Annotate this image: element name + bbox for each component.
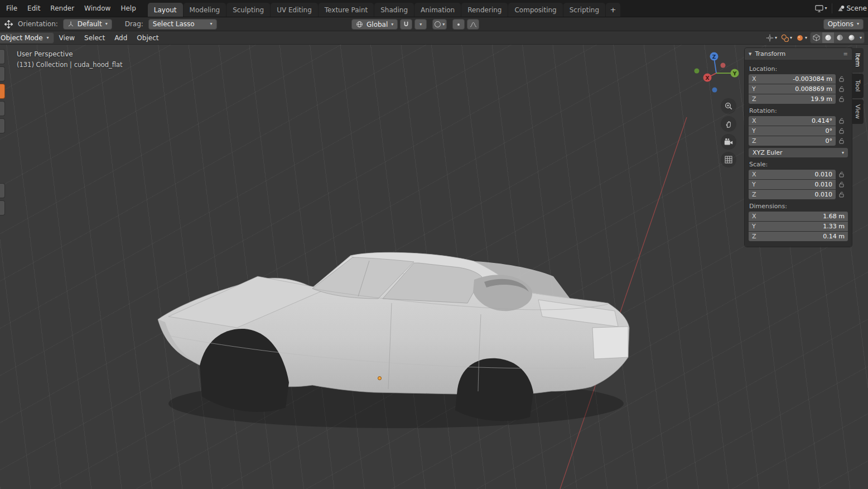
overlays-icon — [781, 34, 789, 42]
location-y-field[interactable]: Y 0.008869 m — [749, 84, 836, 94]
scale-z-field[interactable]: Z 0.010 — [749, 190, 836, 199]
menu-render[interactable]: Render — [45, 0, 79, 17]
active-tool-button[interactable] — [0, 84, 5, 99]
object-origin-dot[interactable] — [378, 376, 382, 380]
shading-wireframe-button[interactable] — [811, 32, 822, 43]
workspace-tab-animation[interactable]: Animation — [414, 3, 461, 17]
location-x-lock[interactable] — [836, 76, 848, 82]
show-gizmos-dropdown[interactable]: ▾ — [765, 32, 778, 43]
axis-label: Z — [752, 233, 759, 240]
dimensions-z-row: Z 0.14 m — [749, 232, 848, 241]
rotation-z-field[interactable]: Z 0° — [749, 136, 836, 146]
menu-object[interactable]: Object — [132, 31, 163, 44]
scene-selector[interactable]: Scene — [836, 3, 868, 14]
tool-button[interactable] — [0, 49, 5, 64]
rotation-z-lock[interactable] — [836, 138, 848, 144]
add-workspace-button[interactable]: + — [606, 3, 620, 17]
tool-button[interactable] — [0, 101, 5, 116]
show-overlays-dropdown[interactable]: ▾ — [780, 32, 793, 43]
tool-button[interactable] — [0, 118, 5, 133]
menu-window[interactable]: Window — [79, 0, 115, 17]
menu-view[interactable]: View — [55, 31, 79, 44]
menu-edit[interactable]: Edit — [22, 0, 45, 17]
workspace-tab-shading[interactable]: Shading — [374, 3, 414, 17]
rotation-y-lock[interactable] — [836, 128, 848, 134]
menu-select[interactable]: Select — [80, 31, 109, 44]
unlock-icon — [839, 118, 845, 124]
location-y-lock[interactable] — [836, 86, 848, 92]
xray-toggle-dropdown[interactable]: ▾ — [795, 32, 808, 43]
gizmo-minus-z-axis[interactable] — [712, 88, 717, 93]
scale-x-lock[interactable] — [836, 171, 848, 178]
active-object-label: (131) Collection | cuda_hood_flat — [17, 61, 123, 69]
caret-down-icon: ▾ — [775, 36, 777, 40]
tool-button[interactable] — [0, 200, 5, 215]
location-label: Location: — [749, 65, 848, 73]
ortho-toggle-button[interactable] — [721, 152, 736, 167]
location-x-row: X -0.003084 m — [749, 74, 848, 84]
workspace-tab-modeling[interactable]: Modeling — [184, 3, 226, 17]
sidebar-tab-view[interactable]: View — [852, 99, 864, 124]
caret-down-icon: ▾ — [442, 22, 445, 27]
workspace-tab-compositing[interactable]: Compositing — [508, 3, 562, 17]
collapse-arrow-icon: ▼ — [749, 52, 751, 56]
workspace-tab-sculpting[interactable]: Sculpting — [226, 3, 270, 17]
scale-y-field[interactable]: Y 0.010 — [749, 180, 836, 189]
zoom-button[interactable] — [721, 98, 736, 114]
workspace-tab-layout[interactable]: Layout — [148, 3, 183, 17]
proportional-falloff-dropdown[interactable] — [467, 19, 479, 30]
gizmo-minus-x-axis[interactable] — [721, 63, 726, 68]
main-menu-bar: File Edit Render Window Help — [1, 0, 141, 17]
rotation-y-field[interactable]: Y 0° — [749, 126, 836, 136]
navigation-gizmo[interactable]: Z X Y — [692, 49, 741, 98]
snap-toggle[interactable] — [400, 19, 412, 30]
pan-button[interactable] — [721, 116, 736, 132]
menu-add[interactable]: Add — [110, 31, 132, 44]
shading-dropdown[interactable]: ▾ — [857, 36, 864, 40]
mode-selector[interactable]: Object Mode ▾ — [0, 32, 54, 44]
options-dropdown[interactable]: Options ▾ — [823, 19, 864, 30]
unlock-icon — [839, 128, 845, 134]
location-z-lock[interactable] — [836, 96, 848, 102]
caret-down-icon: ▾ — [824, 6, 827, 11]
tool-button[interactable] — [0, 183, 5, 198]
dimensions-x-field[interactable]: X 1.68 m — [749, 212, 848, 221]
drag-mode-dropdown[interactable]: Select Lasso ▾ — [148, 19, 217, 30]
location-z-field[interactable]: Z 19.9 m — [749, 94, 836, 104]
workspace-tab-uv-editing[interactable]: UV Editing — [271, 3, 318, 17]
scale-y-lock[interactable] — [836, 181, 848, 188]
shading-solid-button[interactable] — [822, 32, 834, 43]
workspace-tab-texture-paint[interactable]: Texture Paint — [319, 3, 374, 17]
transform-panel-header[interactable]: ▼ Transform ≡ — [745, 48, 852, 60]
gizmo-minus-y-axis[interactable] — [695, 69, 700, 74]
workspace-tab-rendering[interactable]: Rendering — [461, 3, 508, 17]
panel-grip-icon[interactable]: ≡ — [843, 51, 848, 57]
proportional-editing-toggle[interactable]: ▾ — [432, 19, 447, 30]
rotation-y-value: 0° — [826, 127, 833, 135]
menu-file[interactable]: File — [1, 0, 22, 17]
rotation-mode-dropdown[interactable]: XYZ Euler ▾ — [749, 148, 848, 157]
car-model-3d-object[interactable] — [139, 243, 642, 483]
menu-help[interactable]: Help — [115, 0, 141, 17]
scale-x-field[interactable]: X 0.010 — [749, 170, 836, 179]
shading-material-button[interactable] — [834, 32, 846, 43]
3d-viewport[interactable]: User Perspective (131) Collection | cuda… — [0, 45, 868, 489]
rotation-x-field[interactable]: X 0.414° — [749, 116, 836, 126]
dimensions-z-field[interactable]: Z 0.14 m — [749, 232, 848, 241]
active-window-dropdown[interactable]: ▾ — [814, 3, 828, 14]
transform-space-dropdown[interactable]: Global ▾ — [351, 19, 398, 30]
camera-view-button[interactable] — [721, 134, 736, 150]
scale-z-lock[interactable] — [836, 191, 848, 198]
snap-settings-dropdown[interactable]: ▾ — [414, 19, 427, 30]
workspace-tab-scripting[interactable]: Scripting — [563, 3, 605, 17]
rotation-x-lock[interactable] — [836, 118, 848, 124]
proportional-objects-toggle[interactable] — [452, 19, 465, 30]
scale-y-row: Y 0.010 — [749, 180, 848, 189]
tool-button[interactable] — [0, 66, 5, 82]
transform-orientation-dropdown[interactable]: Default ▾ — [63, 19, 112, 30]
location-x-field[interactable]: X -0.003084 m — [749, 74, 836, 84]
sidebar-tab-tool[interactable]: Tool — [852, 74, 864, 98]
shading-rendered-button[interactable] — [846, 32, 857, 43]
sidebar-tab-item[interactable]: Item — [852, 48, 864, 73]
dimensions-y-field[interactable]: Y 1.33 m — [749, 222, 848, 231]
